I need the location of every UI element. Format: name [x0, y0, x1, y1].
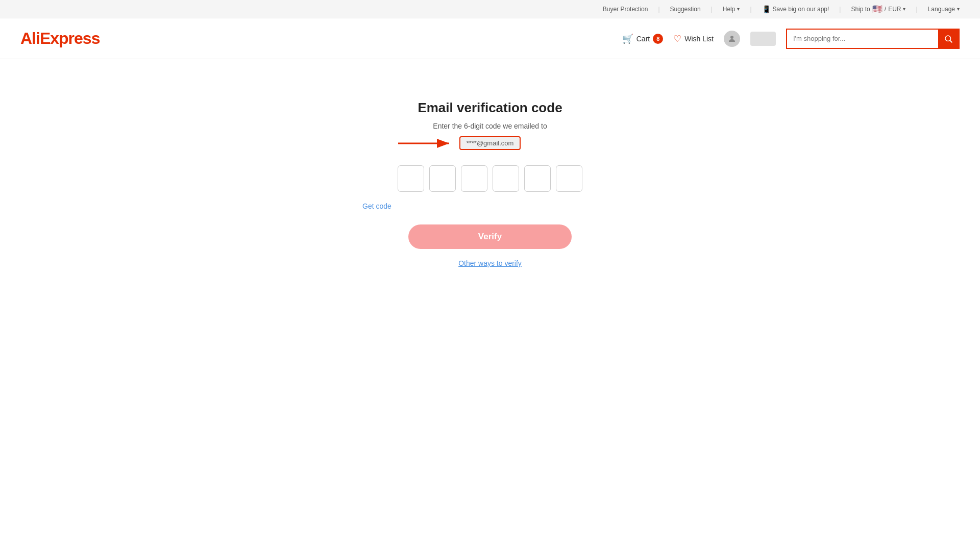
other-ways-to-verify-link[interactable]: Other ways to verify	[458, 259, 522, 267]
verify-button[interactable]: Verify	[408, 224, 572, 249]
code-digit-2[interactable]	[429, 165, 456, 192]
search-input[interactable]	[787, 30, 938, 48]
user-avatar-icon[interactable]	[724, 31, 740, 47]
code-digit-4[interactable]	[493, 165, 519, 192]
code-digit-1[interactable]	[398, 165, 424, 192]
buyer-protection-link[interactable]: Buyer Protection	[603, 6, 648, 13]
ship-to-dropdown[interactable]: Ship to 🇺🇸 / EUR ▾	[851, 4, 905, 14]
search-icon	[944, 34, 953, 43]
wishlist-button[interactable]: ♡ Wish List	[673, 33, 714, 44]
main-content: Email verification code Enter the 6-digi…	[0, 59, 980, 267]
verification-title: Email verification code	[418, 100, 562, 116]
email-display-row: ****@gmail.com	[459, 136, 521, 150]
verification-container: Email verification code Enter the 6-digi…	[362, 100, 618, 267]
help-dropdown[interactable]: Help ▾	[723, 6, 740, 13]
ship-to-label: Ship to	[851, 6, 870, 13]
divider-slash: /	[885, 6, 886, 13]
language-dropdown[interactable]: Language ▾	[928, 6, 960, 13]
language-label: Language	[928, 6, 955, 13]
cart-icon: 🛒	[622, 33, 633, 44]
top-bar: Buyer Protection | Suggestion | Help ▾ |…	[0, 0, 980, 18]
logo-text: AliExpress	[20, 29, 100, 47]
buyer-protection-label: Buyer Protection	[603, 6, 648, 13]
wishlist-label: Wish List	[684, 35, 714, 43]
divider-1: |	[658, 6, 659, 13]
header: AliExpress 🛒 Cart 8 ♡ Wish List	[0, 18, 980, 59]
cart-button[interactable]: 🛒 Cart 8	[622, 33, 663, 44]
svg-line-2	[950, 40, 951, 42]
divider-2: |	[711, 6, 713, 13]
us-flag-icon: 🇺🇸	[872, 4, 883, 14]
code-digit-5[interactable]	[524, 165, 551, 192]
phone-icon: 📱	[762, 5, 771, 13]
arrow-indicator	[398, 136, 454, 151]
cart-label: Cart	[636, 35, 650, 43]
help-label: Help	[723, 6, 736, 13]
code-inputs	[398, 165, 582, 192]
email-badge: ****@gmail.com	[459, 136, 521, 150]
language-chevron: ▾	[957, 6, 960, 12]
user-name-placeholder[interactable]	[750, 32, 776, 46]
currency-label: EUR	[888, 6, 901, 13]
divider-5: |	[916, 6, 917, 13]
search-button[interactable]	[938, 30, 959, 48]
verification-subtitle: Enter the 6-digit code we emailed to	[433, 122, 547, 130]
email-masked-text: ****@gmail.com	[467, 139, 514, 147]
svg-point-0	[730, 36, 733, 39]
save-app-link[interactable]: 📱 Save big on our app!	[762, 5, 829, 13]
help-chevron: ▾	[737, 6, 740, 12]
code-digit-3[interactable]	[461, 165, 487, 192]
save-app-label: Save big on our app!	[773, 6, 829, 13]
code-digit-6[interactable]	[556, 165, 582, 192]
arrow-svg	[398, 136, 454, 151]
header-right: 🛒 Cart 8 ♡ Wish List	[622, 29, 960, 49]
suggestion-link[interactable]: Suggestion	[670, 6, 701, 13]
get-code-link[interactable]: Get code	[362, 202, 391, 210]
divider-3: |	[750, 6, 751, 13]
divider-4: |	[839, 6, 841, 13]
search-container	[786, 29, 960, 49]
currency-chevron: ▾	[903, 6, 905, 12]
logo[interactable]: AliExpress	[20, 29, 100, 48]
suggestion-label: Suggestion	[670, 6, 701, 13]
cart-count-badge: 8	[653, 34, 663, 44]
person-icon	[727, 34, 737, 43]
heart-icon: ♡	[673, 33, 681, 44]
